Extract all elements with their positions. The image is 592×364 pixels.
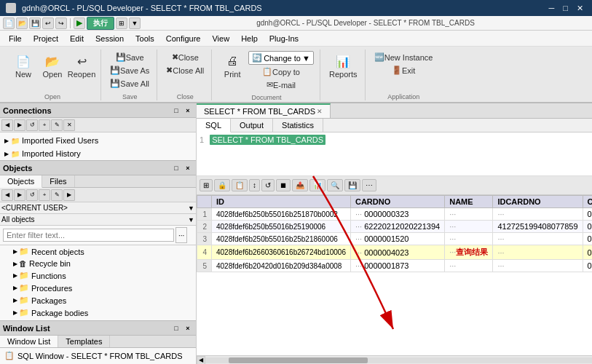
res-more-btn[interactable]: ⋯	[362, 179, 376, 191]
sql-tab-close-btn[interactable]: ✕	[317, 108, 323, 115]
tab-window-list[interactable]: Window List	[0, 336, 58, 347]
conn-back-btn[interactable]: ◀	[1, 119, 13, 131]
dropdown-tb-btn[interactable]: ▼	[129, 17, 141, 29]
grid-tb-btn[interactable]: ⊞	[116, 17, 127, 29]
res-lock-btn[interactable]: 🔒	[214, 179, 230, 191]
ribbon-save-all-btn[interactable]: 💾 Save All	[108, 77, 151, 90]
undo-tb-btn[interactable]: ↩	[42, 17, 54, 29]
app-column: 🆕 New Instance 🚪 Exit	[373, 51, 435, 76]
maximize-btn[interactable]: □	[560, 4, 571, 13]
obj-run-btn[interactable]: ▶	[63, 189, 75, 201]
obj-item-recycle[interactable]: ▶ 🗑 Recycle bin	[0, 258, 196, 269]
ribbon-close-all-btn[interactable]: ✖ Close All	[165, 64, 205, 76]
conn-fwd-btn[interactable]: ▶	[14, 119, 25, 131]
menu-tools[interactable]: Tools	[130, 33, 160, 44]
wl-float-btn[interactable]: □	[171, 323, 181, 333]
col-header-cardid[interactable]: CARDID	[583, 196, 592, 208]
filter-input[interactable]	[3, 229, 174, 242]
ribbon-close-btn[interactable]: ✖ Close	[165, 51, 205, 63]
res-refresh-btn[interactable]: ↺	[261, 179, 275, 191]
menu-edit[interactable]: Edit	[64, 33, 90, 44]
tab-output[interactable]: Output	[231, 119, 273, 132]
current-user-dropdown[interactable]: ▼	[188, 205, 194, 212]
save-tb-btn[interactable]: 💾	[29, 17, 41, 29]
menu-project[interactable]: Project	[28, 33, 64, 44]
col-header-id[interactable]: ID	[212, 196, 351, 208]
res-chart-btn[interactable]: 📊	[309, 179, 325, 191]
results-hscrollbar[interactable]: ◀ ▶	[197, 355, 592, 364]
col-header-name[interactable]: NAME	[445, 196, 493, 208]
obj-new-btn[interactable]: +	[39, 189, 50, 201]
res-copy-btn[interactable]: 📋	[232, 179, 248, 191]
obj-fwd-btn[interactable]: ▶	[14, 189, 25, 201]
filter-button[interactable]: ···	[175, 227, 187, 243]
connections-close-btn[interactable]: ×	[183, 106, 193, 116]
hscroll-left[interactable]: ◀	[197, 356, 205, 365]
ribbon-save-as-btn[interactable]: 💾 Save As	[108, 64, 151, 76]
col-header-idcardno[interactable]: IDCARDNO	[493, 196, 583, 208]
ribbon-reopen-btn[interactable]: ↩ Reopen	[68, 51, 95, 80]
sql-editor-content[interactable]: 1SELECT * FROM TBL_CARDS	[200, 135, 592, 173]
execute-button[interactable]: 执行	[87, 17, 114, 30]
res-sort-btn[interactable]: ↕	[249, 179, 260, 191]
res-stop-btn[interactable]: ⏹	[276, 179, 291, 191]
ribbon-copy-to-btn[interactable]: 📋 Copy to	[248, 66, 314, 78]
minimize-btn[interactable]: ─	[546, 4, 558, 13]
ribbon-email-btn[interactable]: ✉ E-mail	[248, 79, 314, 91]
obj-item-package-bodies[interactable]: ▶ 📁 Package bodies	[0, 306, 196, 319]
tab-sql[interactable]: SQL	[197, 119, 231, 132]
objects-close-btn[interactable]: ×	[183, 163, 193, 173]
redo-tb-btn[interactable]: ↪	[55, 17, 67, 29]
ribbon-new-btn[interactable]: 📄 New	[10, 51, 36, 80]
ribbon-open-btn[interactable]: 📂 Open	[39, 51, 66, 80]
res-export-btn[interactable]: 📤	[292, 179, 308, 191]
menu-session[interactable]: Session	[90, 33, 130, 44]
change-to-button[interactable]: 🔄 Change to ▼	[248, 51, 314, 65]
results-table-container: ID CARDNO NAME IDCARDNO CARDID DEVCO▲ 1	[197, 195, 592, 355]
obj-item-functions[interactable]: ▶ 📁 Functions	[0, 269, 196, 282]
menu-help[interactable]: Help	[235, 33, 264, 44]
ribbon-save-btn[interactable]: 💾 Save	[108, 51, 151, 63]
tab-statistics[interactable]: Statistics	[273, 119, 323, 132]
new-tb-btn[interactable]: 📄	[3, 17, 15, 29]
col-header-cardno[interactable]: CARDNO	[350, 196, 444, 208]
tab-files[interactable]: Files	[42, 175, 74, 187]
ribbon-exit-btn[interactable]: 🚪 Exit	[373, 64, 435, 76]
obj-back-btn[interactable]: ◀	[1, 189, 13, 201]
conn-new-btn[interactable]: +	[39, 119, 50, 131]
objects-float-btn[interactable]: □	[171, 163, 181, 173]
obj-item-packages[interactable]: ▶ 📁 Packages	[0, 294, 196, 306]
obj-refresh-btn[interactable]: ↺	[26, 189, 38, 201]
menu-view[interactable]: View	[206, 33, 235, 44]
ribbon-reports-btn[interactable]: 📊 Reports	[330, 51, 356, 80]
res-grid-btn[interactable]: ⊞	[200, 179, 213, 191]
wl-item-sql[interactable]: 📋 SQL Window - SELECT * FROM TBL_CARDS	[1, 349, 194, 362]
hscroll-thumb[interactable]	[229, 357, 368, 363]
all-objects-dropdown[interactable]: ▼	[188, 216, 194, 223]
conn-refresh-btn[interactable]: ↺	[26, 119, 38, 131]
obj-edit-btn[interactable]: ✎	[51, 189, 63, 201]
ribbon-print-btn[interactable]: 🖨 Print	[219, 51, 245, 80]
res-filter-btn[interactable]: 🔍	[327, 179, 343, 191]
open-tb-btn[interactable]: 📂	[16, 17, 28, 29]
connections-float-btn[interactable]: □	[171, 106, 181, 116]
res-save-btn[interactable]: 💾	[344, 179, 360, 191]
tab-templates[interactable]: Templates	[58, 336, 110, 347]
ribbon-new-instance-btn[interactable]: 🆕 New Instance	[373, 51, 435, 63]
conn-del-btn[interactable]: ✕	[63, 119, 75, 131]
tab-objects[interactable]: Objects	[0, 175, 42, 188]
wl-close-btn[interactable]: ×	[183, 323, 193, 333]
close-btn[interactable]: ✕	[574, 4, 586, 13]
menu-file[interactable]: File	[3, 33, 28, 44]
tree-item-imported-history[interactable]: ▶ 📁 Imported History	[1, 147, 194, 160]
tree-item-imported-fixed[interactable]: ▶ 📁 Imported Fixed Users	[1, 134, 194, 147]
menu-configure[interactable]: Configure	[160, 33, 207, 44]
obj-item-recent[interactable]: ▶ 📁 Recent objects	[0, 245, 196, 258]
sql-query[interactable]: SELECT * FROM TBL_CARDS	[210, 135, 325, 145]
run-tb-btn[interactable]: ▶	[74, 17, 85, 29]
arrow-functions: ▶	[13, 272, 17, 279]
menu-plugins[interactable]: Plug-Ins	[264, 33, 304, 44]
sql-tab-main[interactable]: SELECT * FROM TBL_CARDS ✕	[197, 103, 331, 118]
obj-item-procedures[interactable]: ▶ 📁 Procedures	[0, 282, 196, 294]
conn-edit-btn[interactable]: ✎	[51, 119, 63, 131]
